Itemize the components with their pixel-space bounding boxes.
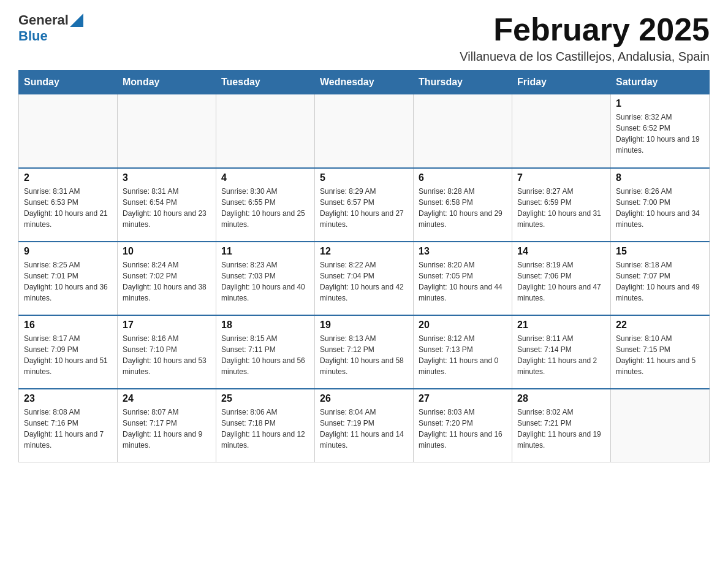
day-number: 12 [320,246,408,257]
day-cell: 19Sunrise: 8:13 AM Sunset: 7:12 PM Dayli… [315,315,414,389]
day-info: Sunrise: 8:20 AM Sunset: 7:05 PM Dayligh… [419,259,507,304]
day-info: Sunrise: 8:28 AM Sunset: 6:58 PM Dayligh… [419,186,507,230]
location-title: Villanueva de los Castillejos, Andalusia… [460,50,710,64]
day-cell [611,389,710,462]
day-info: Sunrise: 8:23 AM Sunset: 7:03 PM Dayligh… [221,259,309,304]
title-area: February 2025 Villanueva de los Castille… [460,12,710,64]
day-info: Sunrise: 8:30 AM Sunset: 6:55 PM Dayligh… [221,186,309,230]
day-number: 25 [221,393,309,404]
day-number: 28 [517,393,605,404]
day-number: 22 [616,320,704,331]
week-row-1: 1Sunrise: 8:32 AM Sunset: 6:52 PM Daylig… [19,94,710,168]
header-monday: Monday [118,71,216,94]
day-cell: 5Sunrise: 8:29 AM Sunset: 6:57 PM Daylig… [315,168,414,242]
header: General Blue February 2025 Villanueva de… [18,12,710,64]
calendar-table: SundayMondayTuesdayWednesdayThursdayFrid… [18,70,710,462]
day-cell: 26Sunrise: 8:04 AM Sunset: 7:19 PM Dayli… [315,389,414,462]
day-info: Sunrise: 8:22 AM Sunset: 7:04 PM Dayligh… [320,259,408,304]
day-cell: 8Sunrise: 8:26 AM Sunset: 7:00 PM Daylig… [611,168,710,242]
day-info: Sunrise: 8:29 AM Sunset: 6:57 PM Dayligh… [320,186,408,230]
day-info: Sunrise: 8:06 AM Sunset: 7:18 PM Dayligh… [221,407,309,451]
day-number: 8 [616,172,704,183]
day-cell [414,94,512,168]
day-info: Sunrise: 8:03 AM Sunset: 7:20 PM Dayligh… [419,407,507,451]
day-info: Sunrise: 8:10 AM Sunset: 7:15 PM Dayligh… [616,333,704,377]
day-number: 18 [221,320,309,331]
day-number: 23 [24,393,112,404]
day-cell: 25Sunrise: 8:06 AM Sunset: 7:18 PM Dayli… [216,389,315,462]
day-cell: 22Sunrise: 8:10 AM Sunset: 7:15 PM Dayli… [611,315,710,389]
day-cell: 20Sunrise: 8:12 AM Sunset: 7:13 PM Dayli… [414,315,512,389]
day-info: Sunrise: 8:13 AM Sunset: 7:12 PM Dayligh… [320,333,408,377]
day-cell: 23Sunrise: 8:08 AM Sunset: 7:16 PM Dayli… [19,389,118,462]
day-number: 4 [221,172,309,183]
logo-blue: Blue [18,28,48,44]
day-number: 7 [517,172,605,183]
week-row-4: 16Sunrise: 8:17 AM Sunset: 7:09 PM Dayli… [19,315,710,389]
day-number: 19 [320,320,408,331]
day-cell: 7Sunrise: 8:27 AM Sunset: 6:59 PM Daylig… [512,168,611,242]
day-cell: 28Sunrise: 8:02 AM Sunset: 7:21 PM Dayli… [512,389,611,462]
day-number: 6 [419,172,507,183]
day-number: 17 [123,320,211,331]
logo-general: General [18,12,69,28]
day-number: 5 [320,172,408,183]
header-sunday: Sunday [19,71,118,94]
day-number: 3 [123,172,211,183]
day-info: Sunrise: 8:25 AM Sunset: 7:01 PM Dayligh… [24,259,112,304]
day-info: Sunrise: 8:31 AM Sunset: 6:54 PM Dayligh… [123,186,211,230]
day-cell: 17Sunrise: 8:16 AM Sunset: 7:10 PM Dayli… [118,315,216,389]
day-number: 9 [24,246,112,257]
day-info: Sunrise: 8:26 AM Sunset: 7:00 PM Dayligh… [616,186,704,230]
header-tuesday: Tuesday [216,71,315,94]
day-cell: 6Sunrise: 8:28 AM Sunset: 6:58 PM Daylig… [414,168,512,242]
day-info: Sunrise: 8:18 AM Sunset: 7:07 PM Dayligh… [616,259,704,304]
day-cell [216,94,315,168]
day-info: Sunrise: 8:17 AM Sunset: 7:09 PM Dayligh… [24,333,112,377]
day-cell: 3Sunrise: 8:31 AM Sunset: 6:54 PM Daylig… [118,168,216,242]
day-number: 15 [616,246,704,257]
day-info: Sunrise: 8:07 AM Sunset: 7:17 PM Dayligh… [123,407,211,451]
day-cell: 13Sunrise: 8:20 AM Sunset: 7:05 PM Dayli… [414,242,512,315]
day-info: Sunrise: 8:32 AM Sunset: 6:52 PM Dayligh… [616,112,704,156]
day-cell: 15Sunrise: 8:18 AM Sunset: 7:07 PM Dayli… [611,242,710,315]
month-title: February 2025 [460,12,710,47]
day-cell [19,94,118,168]
day-number: 10 [123,246,211,257]
day-info: Sunrise: 8:11 AM Sunset: 7:14 PM Dayligh… [517,333,605,377]
day-cell: 14Sunrise: 8:19 AM Sunset: 7:06 PM Dayli… [512,242,611,315]
day-cell: 21Sunrise: 8:11 AM Sunset: 7:14 PM Dayli… [512,315,611,389]
logo-arrow-icon [70,13,83,27]
day-number: 13 [419,246,507,257]
day-info: Sunrise: 8:15 AM Sunset: 7:11 PM Dayligh… [221,333,309,377]
week-row-2: 2Sunrise: 8:31 AM Sunset: 6:53 PM Daylig… [19,168,710,242]
svg-marker-0 [70,13,83,27]
day-number: 14 [517,246,605,257]
day-cell: 1Sunrise: 8:32 AM Sunset: 6:52 PM Daylig… [611,94,710,168]
day-cell: 24Sunrise: 8:07 AM Sunset: 7:17 PM Dayli… [118,389,216,462]
day-number: 11 [221,246,309,257]
day-cell [512,94,611,168]
day-info: Sunrise: 8:31 AM Sunset: 6:53 PM Dayligh… [24,186,112,230]
week-row-3: 9Sunrise: 8:25 AM Sunset: 7:01 PM Daylig… [19,242,710,315]
day-cell [118,94,216,168]
logo: General Blue [18,12,83,44]
day-number: 24 [123,393,211,404]
day-info: Sunrise: 8:02 AM Sunset: 7:21 PM Dayligh… [517,407,605,451]
day-info: Sunrise: 8:24 AM Sunset: 7:02 PM Dayligh… [123,259,211,304]
day-cell: 10Sunrise: 8:24 AM Sunset: 7:02 PM Dayli… [118,242,216,315]
day-info: Sunrise: 8:16 AM Sunset: 7:10 PM Dayligh… [123,333,211,377]
day-cell: 9Sunrise: 8:25 AM Sunset: 7:01 PM Daylig… [19,242,118,315]
day-cell: 4Sunrise: 8:30 AM Sunset: 6:55 PM Daylig… [216,168,315,242]
day-cell: 18Sunrise: 8:15 AM Sunset: 7:11 PM Dayli… [216,315,315,389]
day-number: 26 [320,393,408,404]
day-cell: 2Sunrise: 8:31 AM Sunset: 6:53 PM Daylig… [19,168,118,242]
day-info: Sunrise: 8:08 AM Sunset: 7:16 PM Dayligh… [24,407,112,451]
day-cell: 11Sunrise: 8:23 AM Sunset: 7:03 PM Dayli… [216,242,315,315]
week-row-5: 23Sunrise: 8:08 AM Sunset: 7:16 PM Dayli… [19,389,710,462]
day-cell [315,94,414,168]
day-number: 27 [419,393,507,404]
day-number: 1 [616,98,704,109]
day-number: 21 [517,320,605,331]
day-cell: 27Sunrise: 8:03 AM Sunset: 7:20 PM Dayli… [414,389,512,462]
